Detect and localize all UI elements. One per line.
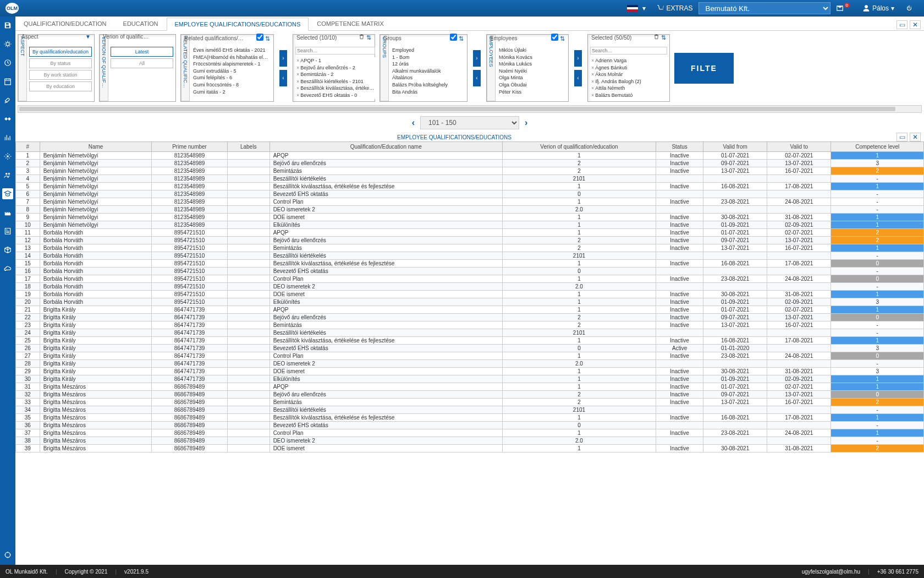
user-icon xyxy=(862,4,870,12)
chevron-down-icon: ▾ xyxy=(642,4,646,12)
language-selector[interactable]: ▾ xyxy=(622,4,651,12)
top-header: OLM ▾ EXTRAS Bemutató Kft. 0 Pálos ▾ xyxy=(0,0,924,17)
msg-badge: 0 xyxy=(844,3,850,8)
user-label: Pálos xyxy=(872,4,889,12)
messages-button[interactable]: 0 xyxy=(831,4,857,12)
power-icon xyxy=(905,4,913,12)
user-menu[interactable]: Pálos ▾ xyxy=(857,4,900,12)
extras-label: EXTRAS xyxy=(667,4,693,12)
envelope-icon xyxy=(836,4,844,12)
cart-icon xyxy=(657,4,664,12)
chevron-down-icon: ▾ xyxy=(891,4,894,12)
flag-icon xyxy=(627,5,638,12)
power-button[interactable] xyxy=(900,4,919,12)
logo: OLM xyxy=(6,3,19,14)
company-select[interactable]: Bemutató Kft. xyxy=(698,2,831,14)
extras-button[interactable]: EXTRAS xyxy=(651,4,698,12)
